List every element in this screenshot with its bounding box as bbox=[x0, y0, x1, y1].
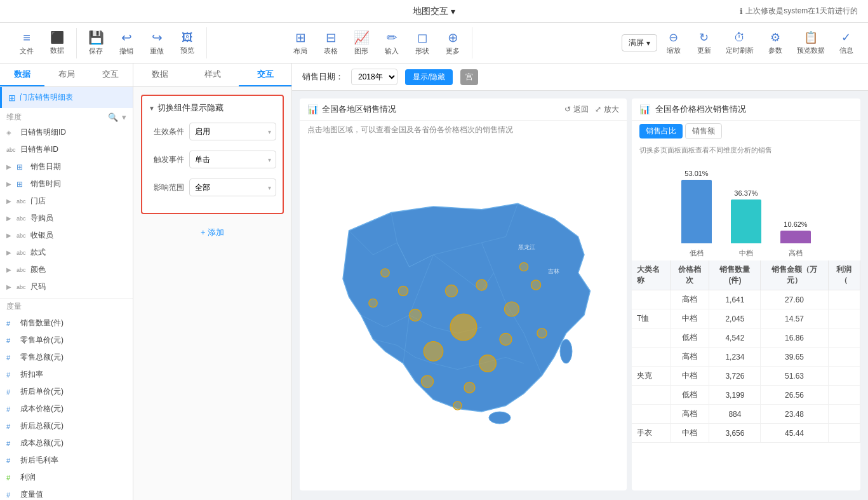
title-text: 地图交互 bbox=[413, 6, 448, 17]
measure-sales-qty[interactable]: # 销售数量(件) bbox=[0, 314, 133, 332]
effect-condition-select[interactable]: 启用 禁用 bbox=[189, 123, 276, 140]
file-button[interactable]: ≡ 文件 bbox=[13, 28, 41, 58]
trigger-event-select[interactable]: 单击 双击 bbox=[189, 151, 276, 168]
table-row: 手衣 中档 3,656 45.44 bbox=[632, 424, 860, 443]
dim-item-color[interactable]: ▶ abc 颜色 bbox=[0, 261, 133, 278]
dim-item-cashier[interactable]: ▶ abc 收银员 bbox=[0, 227, 133, 244]
preview-data-button[interactable]: 📋 预览数据 bbox=[792, 28, 830, 58]
left-tab-interaction[interactable]: 交互 bbox=[88, 64, 133, 86]
measure-unit-price[interactable]: # 零售单价(元) bbox=[0, 332, 133, 349]
center-tab-style[interactable]: 样式 bbox=[186, 64, 239, 86]
layout-button[interactable]: ⊞ 布局 bbox=[286, 27, 314, 58]
params-button[interactable]: ⚙ 参数 bbox=[761, 28, 789, 58]
measure-cost-price[interactable]: # 成本价格(元) bbox=[0, 400, 133, 417]
expand-all-icon[interactable]: ▾ bbox=[122, 112, 126, 122]
preview-button[interactable]: 🖼 预览 bbox=[173, 29, 201, 58]
dim-item-store[interactable]: ▶ abc 门店 bbox=[0, 193, 133, 210]
dim-table-icon: ⊞ bbox=[17, 163, 27, 172]
chart-button[interactable]: 📈 图形 bbox=[347, 27, 375, 58]
measure-discount-rate[interactable]: # 折扣率 bbox=[0, 366, 133, 383]
dim-item-sale-time[interactable]: ▶ ⊞ 销售时间 bbox=[0, 175, 133, 193]
left-tab-layout[interactable]: 布局 bbox=[44, 64, 89, 86]
cell-profit bbox=[828, 328, 860, 348]
svg-point-2 bbox=[450, 314, 477, 341]
datasource-icon: ⊞ bbox=[8, 93, 16, 103]
scrollable-table[interactable]: 大类名称 价格档次 销售数量(件) 销售金额（万元） 利润（ 高档 bbox=[632, 260, 860, 490]
timer-button[interactable]: ⏱ 定时刷新 bbox=[721, 29, 759, 58]
cell-amount: 45.44 bbox=[761, 424, 828, 443]
measure-profit[interactable]: # 利润 bbox=[0, 469, 133, 486]
table-row: 高档 1,234 39.65 bbox=[632, 348, 860, 367]
cell-price-level: 高档 bbox=[671, 405, 709, 424]
trigger-event-select-wrapper[interactable]: 单击 双击 ▾ bbox=[189, 151, 276, 168]
title-chevron[interactable]: ▾ bbox=[451, 6, 455, 17]
dim-item-shopper[interactable]: ▶ abc 导购员 bbox=[0, 210, 133, 227]
dim-expand-style: ▶ bbox=[6, 249, 11, 256]
search-icon[interactable]: 🔍 bbox=[108, 112, 118, 122]
hide-icon-button[interactable]: 宫 bbox=[460, 69, 478, 85]
return-button[interactable]: ↺ 返回 bbox=[564, 104, 589, 115]
measure-after-discount[interactable]: # 折后单价(元) bbox=[0, 383, 133, 400]
left-tab-data[interactable]: 数据 bbox=[0, 64, 44, 86]
measure-after-discount-total[interactable]: # 折后总额(元) bbox=[0, 417, 133, 435]
shape-icon: ◻ bbox=[417, 30, 428, 45]
bar-low: 53.01% 低档 bbox=[681, 170, 712, 258]
measure-measure-val[interactable]: # 度量值 bbox=[0, 486, 133, 500]
table-button[interactable]: ⊟ 表格 bbox=[317, 27, 345, 58]
scope-select-wrapper[interactable]: 全部 当前页 指定组件 ▾ bbox=[189, 179, 276, 196]
dim-item-style[interactable]: ▶ abc 款式 bbox=[0, 244, 133, 261]
scope-select[interactable]: 全部 当前页 指定组件 bbox=[189, 179, 276, 196]
dim-item-sale-id[interactable]: abc 日销售单ID bbox=[0, 141, 133, 158]
dim-item-sale-date[interactable]: ▶ ⊞ 销售日期 bbox=[0, 158, 133, 175]
center-tab-data[interactable]: 数据 bbox=[133, 64, 186, 86]
datasource-item[interactable]: ⊞ 门店销售明细表 bbox=[0, 87, 133, 108]
last-edit-info: ℹ 上次修改是system在1天前进行的 bbox=[740, 6, 858, 17]
info-label: 信息 bbox=[839, 46, 853, 55]
expand-label: 放大 bbox=[604, 104, 619, 115]
info-button[interactable]: ✓ 信息 bbox=[832, 28, 860, 58]
dim-abc-color: abc bbox=[17, 267, 27, 273]
show-hide-button[interactable]: 显示/隐藏 bbox=[405, 69, 453, 85]
title-bar: 地图交互 ▾ ℹ 上次修改是system在1天前进行的 bbox=[0, 0, 868, 23]
col-category: 大类名称 bbox=[632, 260, 671, 290]
measure-section-header: 度量 bbox=[0, 298, 133, 314]
measure-gross-margin[interactable]: # 折后毛利率 bbox=[0, 452, 133, 469]
sales-share-tab[interactable]: 销售占比 bbox=[639, 124, 683, 139]
cell-qty: 3,726 bbox=[709, 367, 761, 386]
sales-amount-tab[interactable]: 销售额 bbox=[685, 123, 722, 139]
cell-qty: 2,045 bbox=[709, 309, 761, 328]
dim-item-sale-detail-id[interactable]: ◈ 日销售明细ID bbox=[0, 124, 133, 141]
expand-map-button[interactable]: ⤢ 放大 bbox=[595, 104, 619, 115]
more-button[interactable]: ⊕ 更多 bbox=[439, 27, 467, 58]
undo-button[interactable]: ↩ 撤销 bbox=[112, 27, 140, 58]
measure-sales-total[interactable]: # 零售总额(元) bbox=[0, 349, 133, 366]
svg-point-4 bbox=[479, 355, 496, 372]
cell-profit bbox=[828, 386, 860, 405]
dim-expand-icon-2: ▶ bbox=[6, 180, 11, 187]
preview-data-label: 预览数据 bbox=[797, 46, 825, 55]
measure-cost-total[interactable]: # 成本总额(元) bbox=[0, 435, 133, 452]
add-interaction-button[interactable]: + 添加 bbox=[133, 222, 291, 243]
shape-button[interactable]: ◻ 形状 bbox=[408, 27, 436, 58]
table-row: 高档 1,641 27.60 bbox=[632, 290, 860, 309]
save-label: 保存 bbox=[89, 46, 103, 56]
effect-condition-select-wrapper[interactable]: 启用 禁用 ▾ bbox=[189, 123, 276, 140]
zoom-label: 缩放 bbox=[667, 46, 681, 55]
dim-abc-size: abc bbox=[17, 284, 27, 290]
refresh-button[interactable]: ↻ 更新 bbox=[690, 28, 718, 58]
data-button[interactable]: ⬛ 数据 bbox=[43, 28, 71, 58]
dim-item-size[interactable]: ▶ abc 尺码 bbox=[0, 278, 133, 295]
center-tab-interaction[interactable]: 交互 bbox=[239, 64, 291, 86]
table-row: 高档 884 23.48 bbox=[632, 405, 860, 424]
fullscreen-button[interactable]: 满屏 ▾ bbox=[622, 34, 657, 51]
map-container[interactable]: 黑龙江 吉林 bbox=[300, 139, 627, 490]
input-button[interactable]: ✏ 输入 bbox=[378, 27, 406, 58]
preview-label: 预览 bbox=[180, 46, 194, 55]
save-button[interactable]: 💾 保存 bbox=[82, 27, 110, 58]
effect-condition-row: 生效条件 启用 禁用 ▾ bbox=[149, 123, 276, 140]
dim-abc-cashier: abc bbox=[17, 233, 27, 239]
year-filter-select[interactable]: 2018年 2017年 2019年 bbox=[351, 69, 397, 85]
zoom-button[interactable]: ⊖ 缩放 bbox=[660, 28, 688, 58]
redo-button[interactable]: ↪ 重做 bbox=[143, 27, 171, 58]
interaction-title[interactable]: ▼ 切换组件显示隐藏 bbox=[149, 102, 276, 114]
